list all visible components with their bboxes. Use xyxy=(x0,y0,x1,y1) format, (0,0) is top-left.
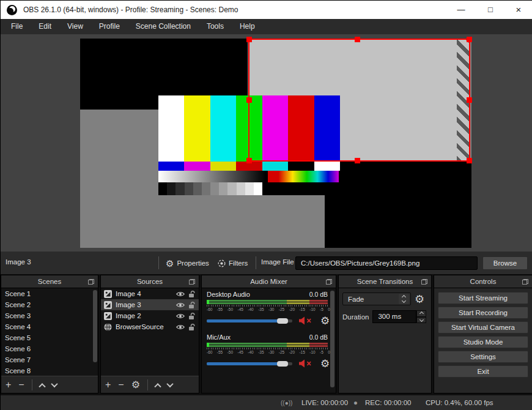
filters-button[interactable]: Filters xyxy=(218,256,248,270)
selection-handle-top-right[interactable] xyxy=(467,37,472,42)
transitions-dock-header[interactable]: Scene Transitions xyxy=(339,275,431,288)
duration-increase-icon[interactable] xyxy=(416,310,426,317)
transition-settings-gear-icon[interactable]: ⚙ xyxy=(415,294,424,305)
move-scene-up-icon[interactable] xyxy=(39,383,45,390)
control-button[interactable]: Studio Mode xyxy=(438,336,528,348)
menu-item[interactable]: Scene Collection xyxy=(128,19,199,34)
add-source-icon[interactable]: + xyxy=(105,380,111,390)
scene-item[interactable]: Scene 5 xyxy=(1,332,98,343)
lock-open-icon[interactable] xyxy=(188,312,196,320)
meter-ticks xyxy=(207,305,328,307)
remove-source-icon[interactable]: − xyxy=(118,380,124,390)
mute-speaker-icon[interactable] xyxy=(298,359,314,368)
controls-dock-header[interactable]: Controls xyxy=(434,275,532,288)
scene-item[interactable]: Scene 8 xyxy=(1,365,98,376)
control-button[interactable]: Exit xyxy=(438,365,528,378)
scene-item[interactable]: Scene 7 xyxy=(1,354,98,365)
source-row-selected[interactable]: Image 3 xyxy=(101,299,199,310)
image-file-input[interactable]: C:/Users/OBS/Pictures/Grey169B.png xyxy=(295,256,478,270)
browse-button[interactable]: Browse xyxy=(482,256,528,270)
volume-slider-handle[interactable] xyxy=(277,361,288,367)
selection-handle-top-left[interactable] xyxy=(246,37,252,42)
visibility-eye-icon[interactable] xyxy=(176,291,185,297)
move-scene-down-icon[interactable] xyxy=(51,380,57,387)
lock-open-icon[interactable] xyxy=(188,323,196,331)
source-name: Image 3 xyxy=(116,301,172,308)
volume-meter xyxy=(207,343,328,349)
control-button[interactable]: Start Virtual Camera xyxy=(438,321,528,334)
minimize-button[interactable]: — xyxy=(447,1,475,19)
visibility-eye-icon[interactable] xyxy=(176,302,185,308)
lock-open-icon[interactable] xyxy=(188,290,196,298)
scale-label: -45 xyxy=(237,350,243,354)
channel-settings-gear-icon[interactable]: ⚙ xyxy=(320,316,330,326)
channel-settings-gear-icon[interactable]: ⚙ xyxy=(320,359,330,369)
move-source-up-icon[interactable] xyxy=(154,383,161,390)
menu-item[interactable]: Edit xyxy=(31,19,59,34)
scene-item[interactable]: Scene 3 xyxy=(1,310,98,321)
selection-handle-middle-left[interactable] xyxy=(246,97,252,103)
scene-black-rect-bottom-right[interactable] xyxy=(325,162,471,248)
source-selection-box[interactable] xyxy=(248,39,470,162)
scene-item[interactable]: Scene 4 xyxy=(1,321,98,332)
source-row[interactable]: Image 4 xyxy=(101,288,199,299)
duration-decrease-icon[interactable] xyxy=(416,317,426,324)
source-properties-gear-icon[interactable]: ⚙ xyxy=(131,380,140,390)
dock-popout-icon[interactable] xyxy=(421,279,427,285)
menu-item[interactable]: Profile xyxy=(91,19,128,34)
scale-label: -40 xyxy=(248,350,253,354)
volume-slider[interactable] xyxy=(207,319,292,322)
dock-popout-icon[interactable] xyxy=(326,279,332,285)
image-source-icon xyxy=(104,301,112,309)
scenes-dock-header[interactable]: Scenes xyxy=(1,275,98,288)
menu-item[interactable]: Tools xyxy=(199,19,232,34)
menu-item[interactable]: Help xyxy=(232,19,263,34)
gray-step xyxy=(185,182,193,195)
dock-popout-icon[interactable] xyxy=(522,279,528,285)
selection-handle-top-middle[interactable] xyxy=(355,37,360,42)
mixer-scrollbar[interactable] xyxy=(330,291,334,387)
add-scene-icon[interactable]: + xyxy=(6,380,11,390)
move-source-down-icon[interactable] xyxy=(166,380,173,387)
selection-handle-middle-right[interactable] xyxy=(467,97,472,103)
scene-item[interactable]: Scene 2 xyxy=(1,299,98,310)
scene-canvas[interactable] xyxy=(80,39,471,248)
close-button[interactable]: × xyxy=(504,1,532,19)
maximize-button[interactable]: □ xyxy=(476,1,504,19)
dock-popout-icon[interactable] xyxy=(189,279,195,285)
menu-item[interactable]: View xyxy=(59,19,91,34)
visibility-eye-icon[interactable] xyxy=(176,324,185,330)
record-dot-icon: ● xyxy=(353,399,358,406)
selection-handle-bottom-left[interactable] xyxy=(246,158,252,163)
audio-mixer-dock-header[interactable]: Audio Mixer xyxy=(202,275,336,288)
transition-select[interactable]: Fade xyxy=(342,293,411,305)
menu-item[interactable]: File xyxy=(3,19,31,34)
selection-handle-bottom-middle[interactable] xyxy=(355,158,360,163)
source-row[interactable]: BrowserSource xyxy=(101,321,199,332)
preview-pane xyxy=(1,34,532,252)
control-button[interactable]: Settings xyxy=(438,351,528,363)
sources-dock-header[interactable]: Sources xyxy=(101,275,199,288)
lock-open-icon[interactable] xyxy=(188,301,196,309)
remove-scene-icon[interactable]: − xyxy=(18,380,24,390)
source-row[interactable]: Image 2 xyxy=(101,310,199,321)
dock-popout-icon[interactable] xyxy=(88,279,94,285)
control-button[interactable]: Start Recording xyxy=(438,307,528,319)
properties-button[interactable]: ⚙ Properties xyxy=(166,256,209,270)
mixer-channel-desktop-audio: Desktop Audio 0.0 dB -60-55-50-45-40-35-… xyxy=(207,291,331,326)
meter-scale-labels: -60-55-50-45-40-35-30-25-20-15-10-50 xyxy=(207,350,330,354)
control-button[interactable]: Start Streaming xyxy=(438,292,528,304)
meter-peak-indicator xyxy=(207,343,209,347)
scene-item[interactable]: Scene 6 xyxy=(1,343,98,354)
visibility-eye-icon[interactable] xyxy=(176,313,185,319)
selection-handle-bottom-right[interactable] xyxy=(467,158,472,163)
mute-speaker-icon[interactable] xyxy=(298,316,314,325)
scale-label: -60 xyxy=(207,350,212,354)
color-bar xyxy=(262,162,288,171)
scene-item[interactable]: Scene 1 xyxy=(1,288,98,299)
volume-slider[interactable] xyxy=(207,362,292,365)
duration-value[interactable]: 300 ms xyxy=(372,310,416,323)
scenes-scrollbar[interactable] xyxy=(93,290,97,362)
duration-spinbox[interactable]: 300 ms xyxy=(372,310,426,323)
volume-slider-handle[interactable] xyxy=(277,318,288,324)
